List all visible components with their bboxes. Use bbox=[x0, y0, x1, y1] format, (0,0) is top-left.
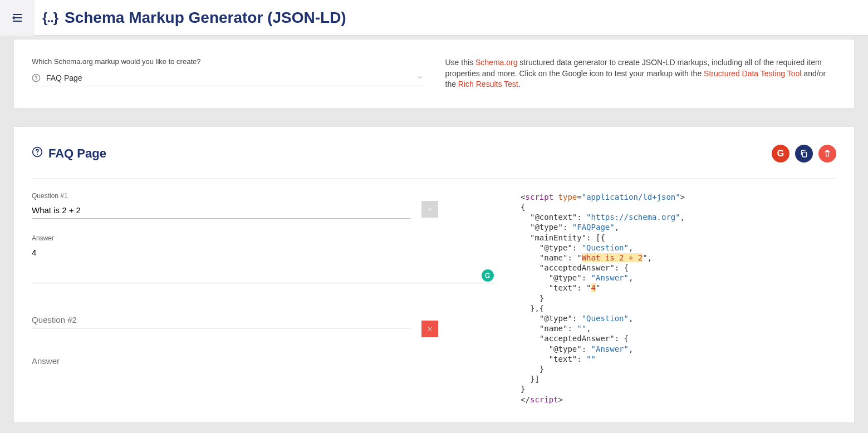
question-input[interactable] bbox=[32, 312, 410, 328]
faq-title: FAQ Page bbox=[32, 146, 106, 161]
question-circle-icon bbox=[32, 146, 43, 161]
intro-text: Use this Schema.org structured data gene… bbox=[445, 57, 837, 90]
svg-rect-4 bbox=[802, 152, 806, 157]
remove-question-button[interactable] bbox=[421, 321, 438, 337]
question-input[interactable] bbox=[32, 202, 410, 219]
answer-label: Answer bbox=[32, 234, 494, 242]
code-output: <script type="application/ld+json"> { "@… bbox=[521, 192, 836, 405]
schema-select-value: FAQ Page bbox=[46, 73, 416, 82]
menu-toggle-button[interactable] bbox=[0, 0, 35, 36]
faq-card: FAQ Page G Question #1 bbox=[13, 126, 855, 423]
schema-select-label: Which Schema.org markup would you like t… bbox=[32, 57, 423, 66]
svg-point-1 bbox=[36, 80, 37, 81]
reset-button[interactable] bbox=[818, 145, 836, 163]
remove-question-button bbox=[421, 201, 438, 218]
question-label: Question #1 bbox=[32, 192, 410, 200]
copy-icon bbox=[800, 149, 808, 158]
chevron-down-icon bbox=[416, 73, 423, 82]
rich-results-link[interactable]: Rich Results Test bbox=[458, 80, 518, 88]
schema-org-link[interactable]: Schema.org bbox=[475, 58, 517, 67]
schema-select[interactable]: FAQ Page bbox=[32, 73, 423, 86]
braces-icon: {..} bbox=[42, 10, 58, 26]
app-header: {..} Schema Markup Generator (JSON-LD) bbox=[0, 0, 868, 36]
question-row: Question #1 bbox=[32, 192, 498, 219]
menu-collapse-icon bbox=[11, 11, 24, 24]
page-title: Schema Markup Generator (JSON-LD) bbox=[65, 9, 346, 27]
copy-button[interactable] bbox=[795, 145, 813, 163]
answer-input[interactable] bbox=[32, 353, 494, 369]
close-icon bbox=[426, 326, 433, 332]
google-test-button[interactable]: G bbox=[772, 145, 789, 163]
sdtt-link[interactable]: Structured Data Testing Tool bbox=[704, 69, 801, 78]
question-circle-icon bbox=[32, 73, 41, 82]
answer-input[interactable] bbox=[32, 244, 494, 283]
question-row bbox=[32, 312, 498, 337]
close-icon bbox=[426, 206, 433, 213]
trash-icon bbox=[823, 149, 832, 158]
grammarly-icon[interactable] bbox=[482, 269, 494, 282]
svg-point-3 bbox=[37, 154, 38, 155]
selector-card: Which Schema.org markup would you like t… bbox=[13, 39, 855, 109]
